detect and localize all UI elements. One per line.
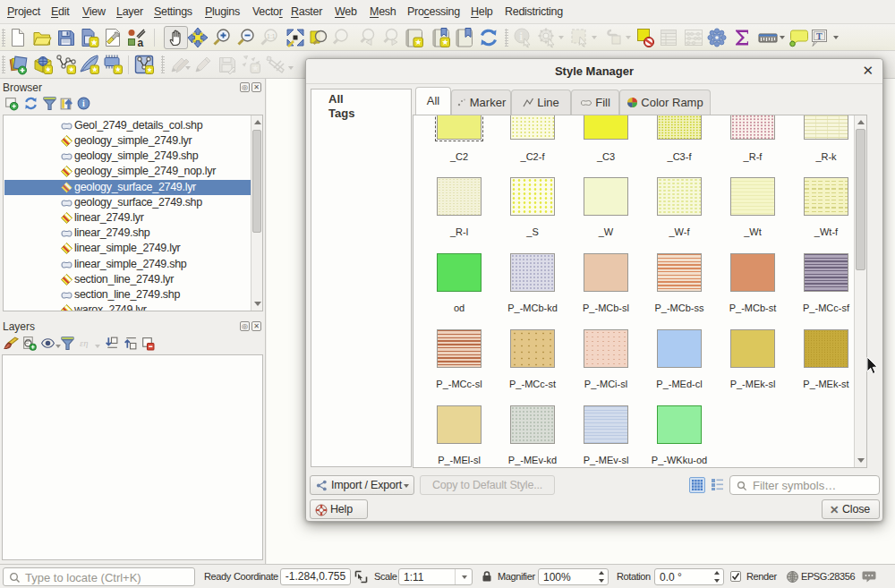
svg-text:i: i — [82, 98, 85, 108]
svg-text:T: T — [816, 31, 823, 41]
svg-text:1:1: 1:1 — [267, 33, 276, 39]
svg-text:a: a — [138, 37, 144, 49]
svg-text:εη: εη — [80, 338, 88, 348]
